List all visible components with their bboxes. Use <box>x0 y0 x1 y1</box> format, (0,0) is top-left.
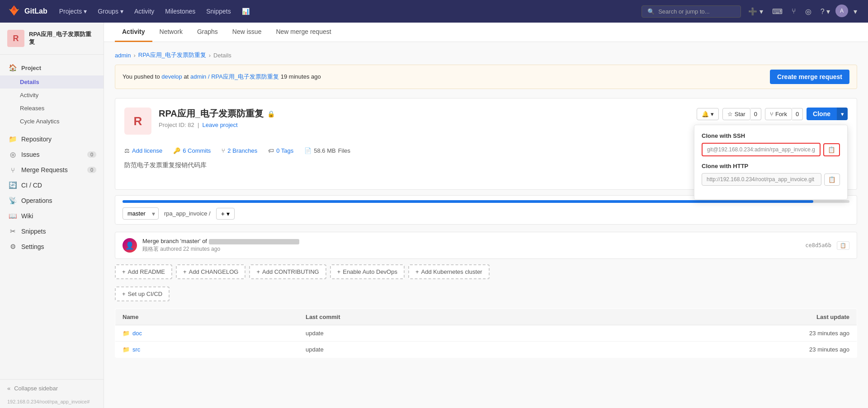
add-readme-btn[interactable]: + Add README <box>115 264 172 279</box>
sidebar-sub-activity[interactable]: Activity <box>0 89 104 102</box>
copy-http-btn[interactable]: 📋 <box>824 174 840 186</box>
star-count: 0 <box>750 108 761 120</box>
tab-graphs[interactable]: Graphs <box>190 23 225 42</box>
file-update-cell: 23 minutes ago <box>562 342 857 358</box>
sidebar-item-issues[interactable]: ◎ Issues 0 <box>0 147 104 162</box>
branches-link[interactable]: 2 Branches <box>227 147 257 154</box>
add-contributing-icon: + <box>256 268 260 275</box>
tab-activity[interactable]: Activity <box>115 23 152 42</box>
path-label: rpa_app_invoice / <box>164 210 211 217</box>
commits-link[interactable]: 6 Commits <box>183 147 211 154</box>
operations-icon: 📡 <box>9 197 17 205</box>
wiki-icon: 📖 <box>9 212 17 220</box>
add-k8s-icon: + <box>415 268 419 275</box>
file-doc-link[interactable]: 📁 doc <box>123 330 291 337</box>
file-table: Name Last commit Last update 📁 doc <box>115 309 857 358</box>
issues-badge: 0 <box>87 151 96 158</box>
tab-network[interactable]: Network <box>152 23 190 42</box>
sidebar-sub-cycle-analytics[interactable]: Cycle Analytics <box>0 115 104 128</box>
copy-ssh-btn[interactable]: 📋 <box>823 143 840 156</box>
enable-auto-devops-btn[interactable]: + Enable Auto DevOps <box>330 264 405 279</box>
sidebar-item-settings[interactable]: ⚙ Settings <box>0 239 104 254</box>
file-src-link[interactable]: 📁 src <box>123 346 291 353</box>
settings-icon: ⚙ <box>9 243 17 251</box>
issues-icon[interactable]: ◎ <box>802 5 815 19</box>
sidebar-item-snippets[interactable]: ✂ Snippets <box>0 224 104 239</box>
enable-devops-icon: + <box>337 268 341 275</box>
create-merge-request-btn[interactable]: Create merge request <box>770 70 849 84</box>
sidebar-sub-details[interactable]: Details <box>0 75 104 89</box>
search-bar[interactable]: 🔍 Search or jump to... <box>642 5 741 18</box>
sidebar-item-operations[interactable]: 📡 Operations <box>0 193 104 208</box>
push-branch-link[interactable]: develop <box>161 73 182 80</box>
breadcrumb-project[interactable]: RPA应用_电子发票防重复 <box>138 51 206 59</box>
star-btn[interactable]: ☆ Star <box>722 108 750 120</box>
nav-projects[interactable]: Projects ▾ <box>55 5 91 18</box>
user-avatar[interactable]: A <box>835 5 848 17</box>
action-buttons: + Add README + Add CHANGELOG + Add CONTR… <box>115 264 857 279</box>
tab-new-issue[interactable]: New issue <box>225 23 269 42</box>
fork-btn-group: ⑂ Fork 0 <box>765 108 803 120</box>
branch-select[interactable]: master <box>123 207 159 220</box>
clone-http-input[interactable] <box>702 173 821 186</box>
help-btn[interactable]: ? ▾ <box>817 5 834 19</box>
commit-message: Merge branch 'master' of <box>142 238 800 244</box>
merge-requests-badge: 0 <box>87 167 96 173</box>
breadcrumb: admin › RPA应用_电子发票防重复 › Details <box>115 51 857 59</box>
collapse-sidebar-btn[interactable]: « Collapse sidebar <box>0 379 104 397</box>
nav-milestones[interactable]: Milestones <box>160 5 200 18</box>
merge-requests-icon[interactable]: ⑂ <box>788 5 800 19</box>
copy-hash-btn[interactable]: 📋 <box>837 241 849 250</box>
sidebar-item-merge-requests[interactable]: ⑂ Merge Requests 0 <box>0 162 104 178</box>
add-contributing-btn[interactable]: + Add CONTRIBUTING <box>249 264 326 279</box>
add-kubernetes-btn[interactable]: + Add Kubernetes cluster <box>408 264 490 279</box>
cicd-icon: 🔄 <box>9 181 17 189</box>
nav-activity[interactable]: Activity <box>130 5 159 18</box>
files-icon: 📄 <box>304 147 311 154</box>
add-license-link[interactable]: Add license <box>132 147 162 154</box>
branches-icon: ⑂ <box>222 147 225 154</box>
notification-btn[interactable]: 🔔 ▾ <box>697 108 719 120</box>
sidebar-sub-releases[interactable]: Releases <box>0 102 104 115</box>
setup-cicd-btn[interactable]: + Set up CI/CD <box>115 286 170 301</box>
clone-dropdown-btn[interactable]: ▾ <box>837 108 848 120</box>
tags-link[interactable]: 0 Tags <box>276 147 293 154</box>
branches-stat: ⑂ 2 Branches <box>222 147 257 154</box>
add-changelog-btn[interactable]: + Add CHANGELOG <box>176 264 245 279</box>
clone-btn[interactable]: Clone <box>807 108 837 120</box>
sidebar-item-repository[interactable]: 📁 Repository <box>0 131 104 147</box>
nav-chart[interactable]: 📊 <box>237 5 254 18</box>
fork-btn[interactable]: ⑂ Fork <box>765 108 792 120</box>
page-tabs: Activity Network Graphs New issue New me… <box>104 23 868 42</box>
col-name: Name <box>115 309 298 325</box>
commit-hash: ce8d5a6b <box>805 242 831 249</box>
app-logo[interactable]: GitLab <box>7 5 47 18</box>
file-table-body: 📁 doc update 23 minutes ago 📁 src <box>115 325 857 358</box>
sidebar-item-cicd[interactable]: 🔄 CI / CD <box>0 178 104 193</box>
file-commit-cell: update <box>298 325 562 342</box>
clone-http-row: 📋 <box>702 173 840 186</box>
file-name-cell: 📁 src <box>115 342 298 358</box>
new-item-btn[interactable]: ➕ ▾ <box>745 5 766 19</box>
add-file-btn[interactable]: + ▾ <box>216 208 235 220</box>
search-placeholder: Search or jump to... <box>658 8 709 15</box>
nav-snippets[interactable]: Snippets <box>202 5 235 18</box>
project-name: RPA应用_电子发票防重复 🔒 <box>159 108 689 120</box>
user-menu-chevron[interactable]: ▾ <box>850 5 861 19</box>
nav-groups[interactable]: Groups ▾ <box>93 5 128 18</box>
breadcrumb-admin[interactable]: admin <box>115 52 131 59</box>
project-info: RPA应用_电子发票防重复 🔒 Project ID: 82 | Leave p… <box>159 108 689 128</box>
tab-new-merge[interactable]: New merge request <box>269 23 338 42</box>
leave-project-link[interactable]: Leave project <box>203 122 238 128</box>
sidebar-header: R RPA应用_电子发票防重 复 <box>0 23 104 55</box>
keyboard-shortcuts-btn[interactable]: ⌨ <box>769 5 786 19</box>
clone-ssh-input[interactable] <box>702 143 821 156</box>
folder-icon: 📁 <box>123 330 130 337</box>
sidebar-item-project[interactable]: 🏠 Project <box>0 58 104 75</box>
project-title-row: R RPA应用_电子发票防重复 🔒 Project ID: 82 | Leave… <box>124 108 848 135</box>
commit-info: Merge branch 'master' of 顾格茗 authored 22… <box>142 238 800 253</box>
sidebar-item-wiki[interactable]: 📖 Wiki <box>0 208 104 224</box>
clone-http-title: Clone with HTTP <box>702 163 840 169</box>
branch-controls: master rpa_app_invoice / + ▾ <box>123 207 849 220</box>
push-repo-link[interactable]: admin / RPA应用_电子发票防重复 <box>190 73 279 80</box>
